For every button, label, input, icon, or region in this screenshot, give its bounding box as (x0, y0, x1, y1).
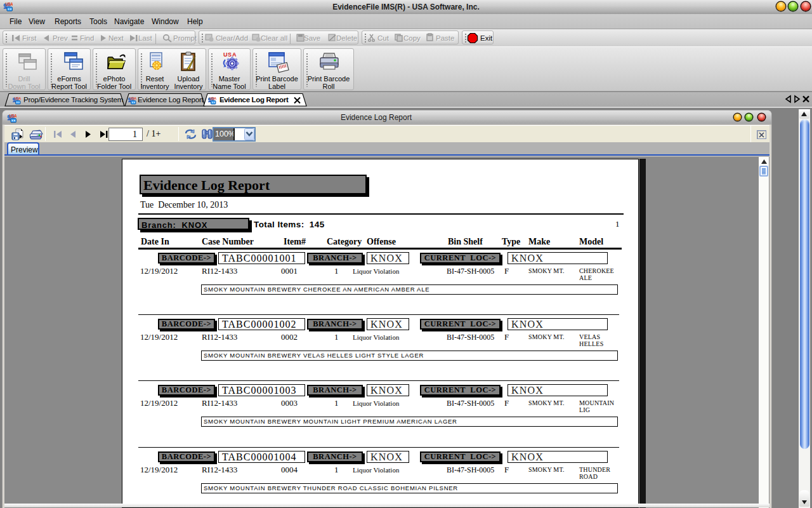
svg-text:Evidence Log Report: Evidence Log Report (219, 96, 289, 104)
svg-text:S: S (228, 51, 232, 58)
svg-text:U: U (223, 51, 228, 58)
svg-text:Evidence Log Report: Evidence Log Report (138, 95, 204, 104)
svg-text:Prop/Evidence Tracking System: Prop/Evidence Tracking System (23, 95, 123, 104)
